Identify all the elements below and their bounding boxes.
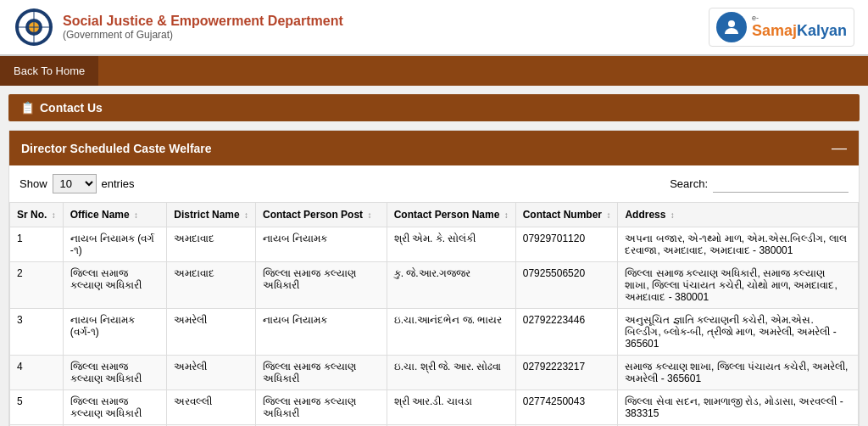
cell-office: જિલ્લા સમાજ કલ્યાણ અધિકારી <box>63 390 167 425</box>
cell-post: નાયબ નિયામક <box>256 309 387 356</box>
cell-sr: 3 <box>10 309 64 356</box>
col-district: District Name ↕ <box>167 203 256 227</box>
table-row: 5જિલ્લા સમાજ કલ્યાણ અધિકારીઅરવલ્લીજિલ્લા… <box>10 390 859 425</box>
entries-control: Show 10 25 50 100 entries <box>19 174 135 193</box>
contact-label: Contact Us <box>40 101 103 115</box>
cell-post: જિલ્લા સમાજ કલ્યાણ અધિકારી <box>256 356 387 390</box>
cell-name: ઇ.ચા.આનંદભેન જ. ભાયર <box>387 309 515 356</box>
header-left: Social Justice & Empowerment Department … <box>14 7 343 48</box>
cell-post: નાયબ નિયામક <box>256 227 387 262</box>
search-control: Search: <box>670 176 849 193</box>
sort-icon-sr: ↕ <box>52 210 56 220</box>
cell-number: 07925506520 <box>515 262 618 309</box>
sort-icon-number: ↕ <box>606 210 610 220</box>
cell-office: નાયબ નિયામક (વર્ગ -૧) <box>63 227 167 262</box>
table-card-title: Director Scheduled Caste Welfare <box>21 142 212 155</box>
entries-select[interactable]: 10 25 50 100 <box>53 174 97 193</box>
collapse-button[interactable]: — <box>832 139 847 157</box>
back-to-home-button[interactable]: Back To Home <box>0 56 98 86</box>
table-card: Director Scheduled Caste Welfare — Show … <box>8 130 860 426</box>
cell-district: અરવલ્લી <box>167 390 256 425</box>
col-address: Address ↕ <box>618 203 859 227</box>
table-row: 3નાયબ નિયામક (વર્ગ-૧)અમરેલીનાયબ નિયામકઇ.… <box>10 309 859 356</box>
cell-district: અમદાવાદ <box>167 262 256 309</box>
table-body: 1નાયબ નિયામક (વર્ગ -૧)અમદાવાદનાયબ નિયામક… <box>10 227 859 427</box>
cell-address: જિલ્લા સેવા સદન, શામળાજી રોડ, મોડાસા, અર… <box>618 390 859 425</box>
col-name: Contact Person Name ↕ <box>387 203 515 227</box>
cell-sr: 2 <box>10 262 64 309</box>
cell-office: જિલ્લા સમાજ કલ્યાણ અધિકારી <box>63 356 167 390</box>
col-post: Contact Person Post ↕ <box>256 203 387 227</box>
col-office: Office Name ↕ <box>63 203 167 227</box>
cell-number: 07929701120 <box>515 227 618 262</box>
table-row: 2જિલ્લા સમાજ કલ્યાણ અધિકારીઅમદાવાદજિલ્લા… <box>10 262 859 309</box>
cell-sr: 4 <box>10 356 64 390</box>
cell-district: અમરેલી <box>167 356 256 390</box>
data-table: Sr No. ↕ Office Name ↕ District Name ↕ C… <box>9 202 859 426</box>
cell-number: 02792223217 <box>515 356 618 390</box>
cell-name: શ્રી આર.ડી. ચાવડા <box>387 390 515 425</box>
contact-icon: 📋 <box>20 101 35 115</box>
col-sr: Sr No. ↕ <box>10 203 64 227</box>
header: Social Justice & Empowerment Department … <box>0 0 868 56</box>
cell-office: જિલ્લા સમાજ કલ્યાણ અધિકારી <box>63 262 167 309</box>
cell-name: શ્રી એમ. કે. સોલંકી <box>387 227 515 262</box>
entries-show-label: Show <box>19 177 47 190</box>
cell-district: અમદાવાદ <box>167 227 256 262</box>
sort-icon-post: ↕ <box>367 210 371 220</box>
cell-post: જિલ્લા સમાજ કલ્યાણ અધિકારી <box>256 390 387 425</box>
table-header-row: Sr No. ↕ Office Name ↕ District Name ↕ C… <box>10 203 859 227</box>
cell-address: અનુસૂચિત જ્ઞાતિ કલ્યાણની કચેરી, એમ.એસ. બ… <box>618 309 859 356</box>
sort-icon-name: ↕ <box>504 210 509 220</box>
govt-logo-icon <box>14 7 54 48</box>
svg-point-6 <box>728 20 735 27</box>
cell-post: જિલ્લા સમાજ કલ્યાણ અધિકારી <box>256 262 387 309</box>
navbar: Back To Home <box>0 56 868 86</box>
esamaj-person-icon <box>721 17 742 37</box>
esamaj-brand-text: SamajKalyan <box>752 23 847 40</box>
col-number: Contact Number ↕ <box>515 203 618 227</box>
sort-icon-district: ↕ <box>244 210 248 220</box>
cell-address: જિલ્લા સમાજ કલ્યાણ અધિકારી, સમાજ કલ્યાણ … <box>618 262 859 309</box>
cell-name: ઇ.ચા. શ્રી જે. આર. સોઢવા <box>387 356 515 390</box>
table-card-header: Director Scheduled Caste Welfare — <box>9 131 859 165</box>
sort-icon-office: ↕ <box>134 210 138 220</box>
search-label: Search: <box>670 177 708 190</box>
table-row: 1નાયબ નિયામક (વર્ગ -૧)અમદાવાદનાયબ નિયામક… <box>10 227 859 262</box>
cell-district: અમરેલી <box>167 309 256 356</box>
header-title: Social Justice & Empowerment Department <box>63 14 343 29</box>
controls-row: Show 10 25 50 100 entries Search: <box>9 165 859 202</box>
esamaj-logo: e- SamajKalyan <box>709 8 854 47</box>
cell-address: અપના બજાર, એ-૧થ્મો માળ, એમ.એસ.બિલ્ડીગ, લ… <box>618 227 859 262</box>
table-row: 4જિલ્લા સમાજ કલ્યાણ અધિકારીઅમરેલીજિલ્લા … <box>10 356 859 390</box>
cell-sr: 5 <box>10 390 64 425</box>
cell-number: 02792223446 <box>515 309 618 356</box>
sort-icon-address: ↕ <box>670 210 675 220</box>
contact-us-header: 📋 Contact Us <box>8 94 860 121</box>
cell-name: કુ. જે.આર.ગજ્જર <box>387 262 515 309</box>
cell-address: સમાજ કલ્યાણ શાખા, જિલ્લા પંચાયત કચેરી, અ… <box>618 356 859 390</box>
table-head: Sr No. ↕ Office Name ↕ District Name ↕ C… <box>10 203 859 227</box>
header-subtitle: (Government of Gujarat) <box>63 29 343 41</box>
entries-suffix-label: entries <box>102 177 135 190</box>
esamaj-logo-icon <box>716 12 747 42</box>
search-input[interactable] <box>713 176 849 193</box>
header-title-block: Social Justice & Empowerment Department … <box>63 14 343 41</box>
cell-number: 02774250043 <box>515 390 618 425</box>
cell-sr: 1 <box>10 227 64 262</box>
cell-office: નાયબ નિયામક (વર્ગ-૧) <box>63 309 167 356</box>
